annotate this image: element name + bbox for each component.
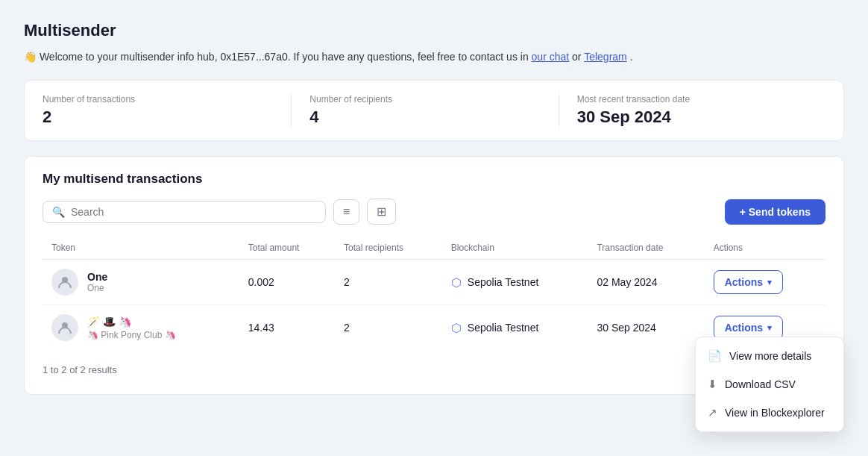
search-icon: 🔍 — [52, 206, 65, 218]
stat-recipients: Number of recipients 4 — [292, 94, 559, 127]
page-title: Multisender — [24, 21, 844, 40]
dropdown-item-icon: 📄 — [708, 349, 722, 363]
stat-date: Most recent transaction date 30 Sep 2024 — [559, 94, 825, 127]
chevron-down-icon: ▾ — [767, 323, 772, 333]
stat-date-value: 30 Sep 2024 — [577, 107, 808, 127]
telegram-link[interactable]: Telegram — [584, 51, 627, 63]
dropdown-item[interactable]: ↗ View in Blockexplorer — [696, 399, 843, 427]
col-token: Token — [43, 237, 239, 260]
transaction-date: 02 May 2024 — [588, 260, 704, 305]
welcome-body: Welcome to your multisender info hub, 0x… — [40, 51, 532, 63]
ethereum-icon: ⬡ — [451, 321, 462, 335]
stat-transactions-value: 2 — [43, 107, 273, 127]
stat-transactions-label: Number of transactions — [43, 94, 273, 104]
token-cell: One One — [43, 260, 239, 305]
token-cell: 🪄 🎩 🦄 🦄 Pink Pony Club 🦄 — [43, 305, 239, 351]
actions-cell: Actions ▾ — [705, 260, 825, 305]
welcome-emoji: 👋 — [24, 51, 37, 63]
actions-label: Actions — [725, 322, 763, 334]
col-blockchain: Blockchain — [442, 237, 588, 260]
token-sub: 🦄 Pink Pony Club 🦄 — [87, 330, 176, 340]
welcome-message: 👋 Welcome to your multisender info hub, … — [24, 49, 844, 65]
filter-button[interactable]: ≡ — [333, 199, 359, 225]
stat-recipients-label: Number of recipients — [309, 94, 540, 104]
columns-button[interactable]: ⊞ — [367, 199, 396, 225]
transactions-title: My multisend transactions — [43, 172, 825, 187]
search-input[interactable] — [71, 206, 316, 218]
filter-icon: ≡ — [343, 205, 350, 219]
token-avatar — [51, 269, 78, 296]
col-total-recipients: Total recipients — [335, 237, 442, 260]
transaction-date: 30 Sep 2024 — [588, 305, 704, 351]
token-avatar — [51, 314, 78, 341]
dropdown-item-label: View more details — [729, 350, 811, 362]
total-amount: 14.43 — [239, 305, 335, 351]
blockchain-name: Sepolia Testnet — [468, 276, 538, 288]
transactions-table: Token Total amount Total recipients Bloc… — [43, 237, 825, 350]
chat-link[interactable]: our chat — [532, 51, 570, 63]
stat-date-label: Most recent transaction date — [577, 94, 808, 104]
actions-label: Actions — [725, 276, 763, 288]
welcome-end: . — [630, 51, 633, 63]
stat-recipients-value: 4 — [309, 107, 540, 127]
actions-button[interactable]: Actions ▾ — [714, 270, 783, 294]
total-recipients: 2 — [335, 305, 442, 351]
total-recipients: 2 — [335, 260, 442, 305]
token-name: 🪄 🎩 🦄 — [87, 315, 176, 330]
stat-transactions: Number of transactions 2 — [43, 94, 292, 127]
token-sub: One — [87, 283, 107, 293]
total-amount: 0.002 — [239, 260, 335, 305]
blockchain: ⬡ Sepolia Testnet — [442, 260, 588, 305]
blockchain-name: Sepolia Testnet — [468, 322, 538, 334]
welcome-or: or — [572, 51, 584, 63]
toolbar: 🔍 ≡ ⊞ + Send tokens — [43, 199, 825, 225]
col-total-amount: Total amount — [239, 237, 335, 260]
actions-dropdown: 📄 View more details ⬇ Download CSV ↗ Vie… — [695, 337, 844, 432]
col-transaction-date: Transaction date — [588, 237, 704, 260]
blockchain: ⬡ Sepolia Testnet — [442, 305, 588, 351]
dropdown-item-icon: ⬇ — [708, 378, 717, 391]
ethereum-icon: ⬡ — [451, 275, 462, 290]
col-actions: Actions — [705, 237, 825, 260]
search-wrapper: 🔍 — [43, 201, 326, 223]
send-tokens-button[interactable]: + Send tokens — [725, 199, 825, 225]
token-name: One — [87, 271, 107, 283]
dropdown-item-icon: ↗ — [708, 406, 717, 419]
dropdown-item-label: View in Blockexplorer — [725, 407, 825, 419]
table-row: One One 0.0022 ⬡ Sepolia Testnet 02 May … — [43, 260, 825, 305]
dropdown-item[interactable]: 📄 View more details — [696, 342, 843, 370]
pagination-text: 1 to 2 of 2 results — [43, 364, 117, 375]
dropdown-item[interactable]: ⬇ Download CSV — [696, 370, 843, 399]
columns-icon: ⊞ — [377, 204, 386, 219]
dropdown-item-label: Download CSV — [725, 378, 796, 390]
chevron-down-icon: ▾ — [767, 278, 772, 287]
stats-card: Number of transactions 2 Number of recip… — [24, 80, 844, 141]
